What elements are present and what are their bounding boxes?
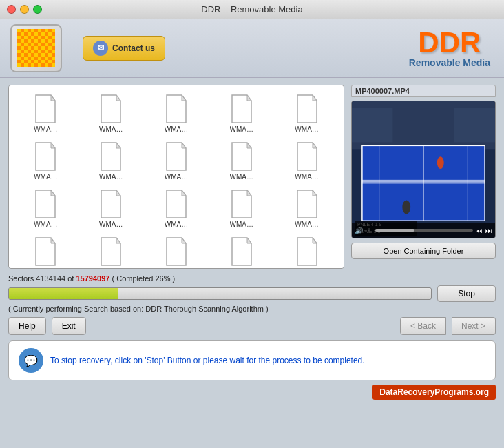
window-title: DDR – Removable Media: [201, 4, 302, 14]
file-label: WMA…: [230, 173, 253, 181]
file-item[interactable]: WMA…: [210, 186, 273, 231]
file-label: WMA…: [165, 221, 188, 228]
file-label: WMA…: [99, 173, 123, 181]
exit-button[interactable]: Exit: [52, 317, 86, 335]
file-label: MP4…: [231, 268, 253, 269]
back-button[interactable]: < Back: [400, 317, 446, 335]
progress-row: Stop: [8, 285, 496, 302]
preview-panel: MP400007.MP4: [351, 85, 496, 269]
brand-sub-text: Removable Media: [409, 57, 490, 68]
titlebar: DDR – Removable Media: [0, 0, 504, 19]
file-item[interactable]: WMA…: [145, 186, 208, 231]
file-icon: [98, 189, 123, 219]
next-button[interactable]: Next >: [452, 317, 496, 335]
next-frame-icon[interactable]: ⏭: [485, 227, 492, 234]
file-grid: WMA… WMA… WMA… WMA… WMA… WMA… WMA… WMA… …: [14, 91, 338, 269]
svg-rect-2: [352, 108, 392, 143]
file-icon: [164, 141, 189, 172]
info-bar: 💬 To stop recovery, click on 'Stop' Butt…: [8, 340, 496, 380]
main-content: WMA… WMA… WMA… WMA… WMA… WMA… WMA… WMA… …: [0, 78, 504, 274]
svg-point-12: [437, 156, 444, 169]
logo-icon: [17, 29, 55, 67]
file-icon: [295, 141, 319, 172]
brand-ddr-text: DDR: [409, 28, 490, 57]
file-item[interactable]: WMA…: [80, 91, 143, 136]
file-label: MP4…: [296, 268, 317, 269]
file-label: WMA…: [230, 125, 253, 133]
total-sectors: 15794097: [76, 274, 109, 283]
brand-area: DDR Removable Media: [409, 28, 490, 68]
file-item[interactable]: WMA…: [14, 139, 77, 183]
file-icon: [33, 236, 58, 267]
file-label: WMA…: [34, 221, 57, 228]
close-button[interactable]: [7, 5, 16, 14]
file-icon: [164, 94, 189, 124]
minimize-button[interactable]: [20, 5, 29, 14]
file-item[interactable]: WMA…: [14, 186, 77, 231]
file-icon: [164, 236, 189, 267]
file-grid-container[interactable]: WMA… WMA… WMA… WMA… WMA… WMA… WMA… WMA… …: [8, 85, 344, 269]
file-item[interactable]: MP4…: [145, 234, 208, 269]
info-message: To stop recovery, click on 'Stop' Button…: [50, 356, 365, 365]
video-controls: 🔊 ⏸ ⏮ ⏭: [352, 223, 495, 238]
file-label: WMA…: [99, 221, 123, 228]
file-item[interactable]: WMA…: [145, 139, 208, 183]
file-icon: [295, 189, 319, 219]
file-item[interactable]: WMA…: [145, 91, 208, 136]
file-item[interactable]: WMA…: [275, 186, 338, 231]
nav-row: Help Exit < Back Next >: [8, 317, 496, 335]
play-pause-icon[interactable]: ⏸: [366, 227, 372, 234]
file-icon: [33, 141, 58, 172]
file-icon: [98, 236, 123, 267]
svg-rect-10: [362, 180, 485, 183]
file-label: WMA…: [99, 268, 123, 269]
file-item[interactable]: WMA…: [14, 234, 77, 269]
file-item[interactable]: MP4…: [210, 234, 273, 269]
file-icon: [98, 141, 123, 172]
file-icon: [33, 94, 58, 124]
contact-button[interactable]: ✉ Contact us: [83, 36, 165, 61]
video-progress[interactable]: [375, 229, 473, 232]
file-item[interactable]: WMA…: [210, 91, 273, 136]
scanning-info: ( Currently performing Search based on: …: [8, 305, 496, 313]
file-item[interactable]: MP4…: [275, 234, 338, 269]
file-label: WMA…: [34, 268, 57, 269]
stop-button[interactable]: Stop: [437, 285, 496, 302]
prev-frame-icon[interactable]: ⏮: [476, 227, 483, 234]
preview-filename: MP400007.MP4: [351, 85, 496, 97]
info-icon: 💬: [19, 348, 43, 373]
file-item[interactable]: WMA…: [275, 91, 338, 136]
progress-bar-fill: [9, 288, 118, 299]
file-item[interactable]: WMA…: [275, 139, 338, 183]
svg-point-11: [402, 201, 410, 214]
footer: DataRecoveryPrograms.org: [0, 380, 504, 403]
file-label: WMA…: [295, 173, 318, 181]
completed-text: ( Completed 26% ): [112, 274, 175, 283]
help-button[interactable]: Help: [8, 317, 46, 335]
file-item[interactable]: WMA…: [80, 186, 143, 231]
file-label: WMA…: [34, 173, 57, 181]
maximize-button[interactable]: [33, 5, 42, 14]
file-icon: [33, 189, 58, 219]
file-item[interactable]: WMA…: [80, 234, 143, 269]
file-label: WMA…: [230, 221, 253, 228]
volume-icon[interactable]: 🔊: [355, 227, 363, 234]
file-item[interactable]: WMA…: [210, 139, 273, 183]
file-label: WMA…: [295, 125, 318, 133]
file-label: WMA…: [99, 125, 123, 133]
video-progress-fill: [375, 229, 414, 232]
file-icon: [164, 189, 189, 219]
file-icon: [229, 141, 254, 172]
progress-bar-container: [8, 287, 432, 300]
bottom-area: Sectors 4134144 of 15794097 ( Completed …: [0, 274, 504, 340]
file-item[interactable]: WMA…: [80, 139, 143, 183]
svg-rect-3: [454, 108, 495, 143]
file-icon: [295, 236, 319, 267]
open-folder-button[interactable]: Open Containing Folder: [351, 243, 496, 259]
window-controls: [7, 5, 42, 14]
sectors-text: Sectors 4134144 of: [8, 274, 74, 283]
file-icon: [229, 189, 254, 219]
file-item[interactable]: WMA…: [14, 91, 77, 136]
app-logo: [10, 24, 62, 72]
video-preview: PNLE 4 1 9 ALAVE 5 1 🔊 ⏸ ⏮ ⏭: [351, 101, 496, 238]
